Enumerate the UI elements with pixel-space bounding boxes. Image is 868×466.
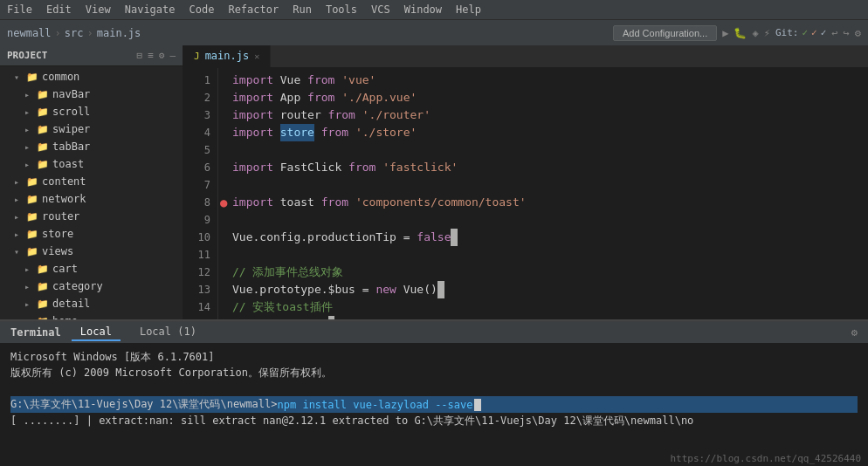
code-text: Vue.config.productionTip =	[232, 229, 417, 246]
arrow-icon: ▸	[14, 177, 24, 187]
sidebar-item-common[interactable]: ▾ 📁 common	[0, 68, 183, 86]
menu-refactor[interactable]: Refactor	[228, 3, 279, 16]
keyword: import	[232, 194, 273, 211]
keyword: from	[321, 194, 348, 211]
terminal-cursor	[474, 399, 481, 411]
sidebar-item-router[interactable]: ▸ 📁 router	[0, 208, 183, 225]
code-text	[314, 124, 321, 141]
sidebar-icon3[interactable]: ⚙	[159, 50, 165, 61]
code-text	[348, 124, 355, 141]
string: 'vue'	[341, 72, 375, 89]
menu-run[interactable]: Run	[293, 3, 312, 16]
sidebar-header-icons: ⊟ ≡ ⚙ —	[137, 50, 176, 61]
sidebar-close-icon[interactable]: —	[169, 50, 176, 61]
breakpoint-icon: ●	[220, 194, 227, 211]
terminal-settings-icon[interactable]: ⚙	[851, 326, 858, 339]
sidebar-icon1[interactable]: ⊟	[137, 50, 143, 61]
folder-icon: 📁	[37, 106, 49, 118]
breadcrumb-file[interactable]: main.js	[97, 27, 141, 39]
sidebar-item-views[interactable]: ▾ 📁 views	[0, 243, 183, 260]
menu-edit[interactable]: Edit	[46, 3, 72, 16]
tab-mainjs[interactable]: J main.js ✕	[183, 45, 271, 67]
line-num: 12	[183, 264, 210, 281]
code-text: Vue()	[396, 281, 437, 298]
terminal-text: 版权所有 (c) 2009 Microsoft Corporation。保留所有…	[10, 367, 332, 379]
code-text: toast	[273, 194, 321, 211]
menu-code[interactable]: Code	[189, 3, 215, 16]
menu-help[interactable]: Help	[456, 3, 481, 16]
line-num: 6	[183, 159, 210, 176]
coverage-icon[interactable]: ◈	[752, 27, 758, 39]
sidebar-header: Project ⊟ ≡ ⚙ —	[0, 45, 183, 66]
sidebar-item-label: detail	[52, 298, 90, 310]
debug-icon[interactable]: 🐛	[734, 27, 747, 39]
arrow-icon: ▸	[24, 160, 35, 169]
breadcrumb-sep2: ›	[87, 27, 93, 39]
sidebar-item-label: store	[42, 228, 73, 240]
menu-navigate[interactable]: Navigate	[125, 3, 176, 16]
terminal-tab-local[interactable]: Local	[72, 324, 121, 341]
terminal-command: npm install vue-lazyload --save	[278, 399, 473, 411]
code-text	[334, 72, 341, 89]
git-status: Git: ✓ ✓ ✓	[775, 27, 826, 38]
line-num: 9	[183, 211, 210, 229]
sidebar-item-content[interactable]: ▸ 📁 content	[0, 173, 183, 190]
sidebar-item-toast[interactable]: ▸ 📁 toast	[0, 155, 183, 173]
sidebar-item-network[interactable]: ▸ 📁 network	[0, 190, 183, 208]
menu-view[interactable]: View	[86, 3, 111, 16]
sidebar-item-navbar[interactable]: ▸ 📁 navBar	[0, 86, 183, 103]
breadcrumb-src[interactable]: src	[65, 27, 84, 39]
tab-close-icon[interactable]: ✕	[254, 51, 259, 61]
sidebar-item-category[interactable]: ▸ 📁 category	[0, 278, 183, 295]
sidebar-item-label: navBar	[52, 88, 90, 100]
code-line: import Vue from 'vue'	[232, 72, 868, 89]
folder-icon: 📁	[37, 124, 49, 135]
keyword: import	[232, 89, 273, 106]
sidebar-icon2[interactable]: ≡	[148, 50, 154, 61]
code-line: import App from './App.vue'	[232, 89, 868, 106]
menu-vcs[interactable]: VCS	[371, 3, 390, 16]
keyword: from	[348, 159, 375, 176]
git-orange-icon: ✓	[811, 27, 817, 38]
menu-file[interactable]: File	[7, 3, 32, 16]
keyword: from	[328, 106, 355, 124]
breadcrumb-project[interactable]: newmall	[7, 27, 52, 39]
code-line	[232, 246, 868, 264]
sidebar-item-scroll[interactable]: ▸ 📁 scroll	[0, 103, 183, 120]
watermark: https://blog.csdn.net/qq_42526440	[670, 453, 861, 464]
add-configuration-button[interactable]: Add Configuration...	[613, 25, 717, 41]
sidebar-item-detail[interactable]: ▸ 📁 detail	[0, 295, 183, 312]
run-icon[interactable]: ▶	[722, 27, 728, 39]
main-area: Project ⊟ ≡ ⚙ — ▾ 📁 common ▸ 📁 navBar ▸	[0, 45, 868, 466]
arrow-icon: ▸	[14, 195, 24, 204]
arrow-icon: ▸	[14, 230, 24, 239]
profile-icon[interactable]: ⚡	[764, 27, 770, 39]
settings-icon[interactable]: ⚙	[855, 27, 861, 39]
cursor	[437, 281, 444, 298]
code-line	[232, 141, 868, 159]
breadcrumb: newmall › src › main.js	[7, 27, 141, 39]
line-num: 10	[183, 229, 210, 246]
sidebar-item-label: network	[42, 193, 86, 205]
menu-tools[interactable]: Tools	[326, 3, 357, 16]
folder-icon: 📁	[26, 72, 38, 83]
keyword: false	[417, 229, 451, 246]
terminal-tab-local1[interactable]: Local (1)	[131, 324, 205, 341]
breadcrumb-sep1: ›	[55, 27, 61, 39]
redo-icon[interactable]: ↪	[844, 27, 850, 39]
keyword: import	[232, 124, 273, 141]
terminal-line: 版权所有 (c) 2009 Microsoft Corporation。保留所有…	[10, 365, 858, 380]
line-num: 8	[183, 194, 210, 211]
folder-icon: 📁	[37, 159, 49, 170]
undo-icon[interactable]: ↩	[831, 27, 837, 39]
keyword: from	[307, 72, 334, 89]
comment: // 安装toast插件	[232, 298, 333, 316]
sidebar-item-store[interactable]: ▸ 📁 store	[0, 225, 183, 243]
sidebar-item-cart[interactable]: ▸ 📁 cart	[0, 260, 183, 278]
tab-label: main.js	[205, 50, 250, 62]
sidebar-item-tabbar[interactable]: ▸ 📁 tabBar	[0, 138, 183, 155]
code-line: Vue.prototype.$bus = new Vue()	[232, 281, 868, 298]
menu-window[interactable]: Window	[404, 3, 442, 16]
folder-icon: 📁	[26, 229, 38, 240]
sidebar-item-swiper[interactable]: ▸ 📁 swiper	[0, 120, 183, 138]
